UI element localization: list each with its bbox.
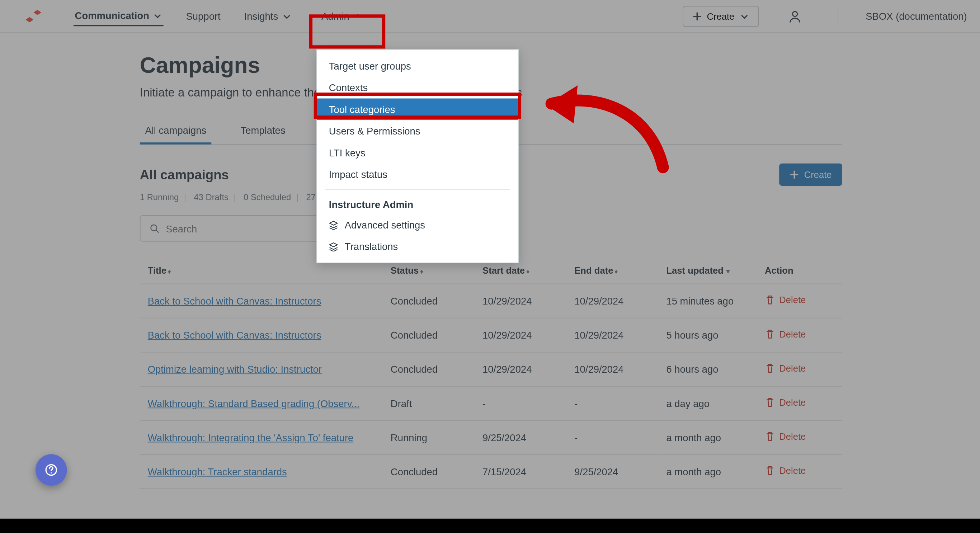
nav-label: Communication xyxy=(75,10,149,21)
trash-icon xyxy=(765,329,775,339)
chevron-up-icon xyxy=(353,11,363,21)
menu-label: Translations xyxy=(345,241,398,252)
delete-label: Delete xyxy=(779,363,806,373)
nav-admin[interactable]: Admin xyxy=(310,2,374,30)
nav-communication[interactable]: Communication xyxy=(73,6,164,26)
cell-status: Concluded xyxy=(383,352,474,386)
trash-icon xyxy=(765,465,775,476)
cell-end: - xyxy=(566,386,658,420)
table-row: Back to School with Canvas: InstructorsC… xyxy=(140,318,842,352)
col-start[interactable]: Start date xyxy=(482,265,525,275)
trash-icon xyxy=(765,431,775,442)
delete-label: Delete xyxy=(779,295,806,305)
nav-label: Support xyxy=(186,10,221,22)
campaign-link[interactable]: Walkthrough: Standard Based grading (Obs… xyxy=(148,398,360,409)
cell-updated: a month ago xyxy=(658,420,757,455)
menu-contexts[interactable]: Contexts xyxy=(317,77,518,98)
col-updated[interactable]: Last updated xyxy=(666,265,723,275)
cell-status: Concluded xyxy=(383,455,474,488)
nav-insights[interactable]: Insights xyxy=(243,6,293,25)
create-label: Create xyxy=(804,169,832,180)
menu-impact-status[interactable]: Impact status xyxy=(317,164,518,185)
delete-button[interactable]: Delete xyxy=(765,329,806,339)
campaign-link[interactable]: Back to School with Canvas: Instructors xyxy=(148,329,321,341)
cell-status: Concluded xyxy=(383,318,474,352)
create-campaign-button[interactable]: Create xyxy=(779,164,842,186)
trash-icon xyxy=(765,363,775,373)
cell-updated: a day ago xyxy=(658,386,757,420)
col-title[interactable]: Title xyxy=(148,265,167,275)
admin-dropdown: Target user groups Contexts Tool categor… xyxy=(317,49,519,263)
cell-updated: 6 hours ago xyxy=(658,352,757,386)
create-button[interactable]: Create xyxy=(682,6,759,27)
cell-end: 10/29/2024 xyxy=(566,318,658,352)
delete-button[interactable]: Delete xyxy=(765,397,806,407)
cell-updated: 15 minutes ago xyxy=(658,284,757,318)
stat-drafts: 43 Drafts xyxy=(194,192,229,202)
delete-button[interactable]: Delete xyxy=(765,295,806,305)
cell-start: 10/29/2024 xyxy=(474,352,566,386)
cell-status: Draft xyxy=(383,386,474,420)
cell-updated: a month ago xyxy=(658,455,757,488)
campaign-link[interactable]: Walkthrough: Integrating the 'Assign To'… xyxy=(148,432,354,443)
campaign-link[interactable]: Back to School with Canvas: Instructors xyxy=(148,296,321,307)
help-fab[interactable] xyxy=(35,454,67,486)
divider xyxy=(838,7,838,25)
section-title: All campaigns xyxy=(140,167,229,182)
nav-support[interactable]: Support xyxy=(185,6,222,25)
logo-icon xyxy=(25,8,42,25)
nav-label: Admin xyxy=(321,10,349,22)
delete-button[interactable]: Delete xyxy=(765,431,806,442)
delete-button[interactable]: Delete xyxy=(765,465,806,476)
cell-start: 7/15/2024 xyxy=(474,455,566,488)
cell-end: 10/29/2024 xyxy=(566,284,658,318)
cell-status: Running xyxy=(383,420,474,455)
cell-start: 10/29/2024 xyxy=(474,284,566,318)
campaign-link[interactable]: Walkthrough: Tracker standards xyxy=(148,466,287,477)
search-field[interactable] xyxy=(166,223,331,234)
stat-running: 1 Running xyxy=(140,192,179,202)
plus-icon xyxy=(789,170,799,179)
stat-scheduled: 0 Scheduled xyxy=(243,192,291,202)
menu-label: Advanced settings xyxy=(345,219,425,230)
delete-button[interactable]: Delete xyxy=(765,363,806,373)
cell-end: 9/25/2024 xyxy=(566,455,658,488)
col-status[interactable]: Status xyxy=(391,265,418,275)
top-nav: Communication Support Insights Admin Cre… xyxy=(0,0,980,33)
svg-point-1 xyxy=(151,225,157,231)
tab-templates[interactable]: Templates xyxy=(235,118,291,144)
delete-label: Delete xyxy=(779,397,806,407)
menu-advanced-settings[interactable]: Advanced settings xyxy=(317,214,518,235)
search-icon xyxy=(150,223,159,234)
tenant-label[interactable]: SBOX (documentation) xyxy=(865,10,967,22)
delete-label: Delete xyxy=(779,431,806,442)
table-row: Optimize learning with Studio: Instructo… xyxy=(140,352,842,386)
cell-updated: 5 hours ago xyxy=(658,318,757,352)
trash-icon xyxy=(765,397,775,407)
stack-icon xyxy=(329,220,338,229)
nav-label: Insights xyxy=(244,10,278,22)
question-icon xyxy=(45,463,58,477)
col-end[interactable]: End date xyxy=(574,265,613,275)
menu-tool-categories[interactable]: Tool categories xyxy=(317,99,518,120)
chevron-down-icon xyxy=(740,11,749,21)
menu-users-permissions[interactable]: Users & Permissions xyxy=(317,120,518,142)
menu-lti-keys[interactable]: LTI keys xyxy=(317,142,518,163)
menu-translations[interactable]: Translations xyxy=(317,235,518,257)
campaign-link[interactable]: Optimize learning with Studio: Instructo… xyxy=(148,364,322,375)
table-row: Back to School with Canvas: InstructorsC… xyxy=(140,284,842,318)
chevron-down-icon xyxy=(153,11,162,20)
cell-status: Concluded xyxy=(383,284,474,318)
cell-start: 10/29/2024 xyxy=(474,318,566,352)
menu-target-user-groups[interactable]: Target user groups xyxy=(317,55,518,77)
user-icon[interactable] xyxy=(788,9,802,23)
table-row: Walkthrough: Standard Based grading (Obs… xyxy=(140,386,842,420)
table-row: Walkthrough: Integrating the 'Assign To'… xyxy=(140,420,842,455)
delete-label: Delete xyxy=(779,329,806,339)
search-input[interactable] xyxy=(140,215,342,242)
tab-all-campaigns[interactable]: All campaigns xyxy=(140,118,212,144)
create-label: Create xyxy=(707,11,734,21)
delete-label: Delete xyxy=(779,465,806,476)
svg-point-0 xyxy=(792,11,797,16)
cell-start: - xyxy=(474,386,566,420)
